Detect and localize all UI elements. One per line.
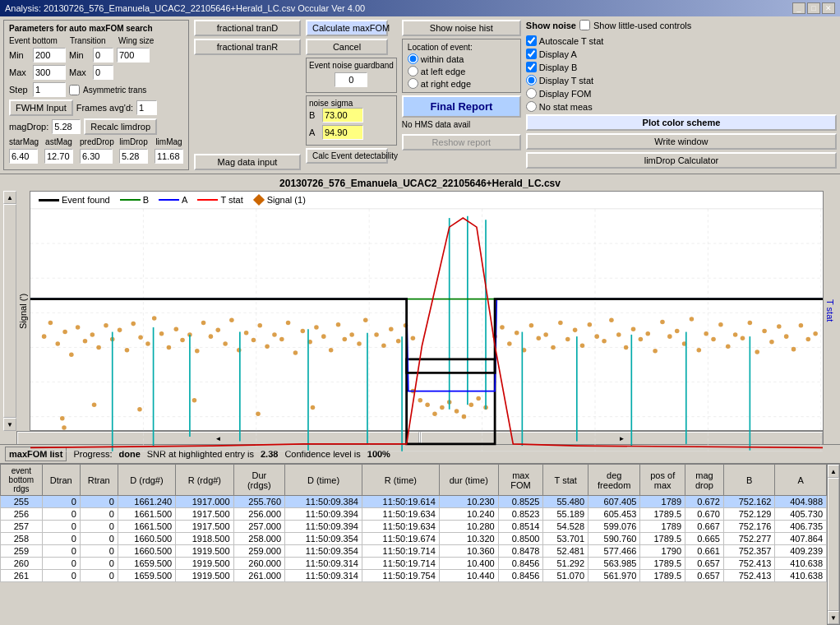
show-little-used-check[interactable] (579, 20, 590, 30)
lim-mag-value[interactable] (155, 149, 183, 164)
table-row[interactable]: 257001661.5001917.500257.00011:50:09.394… (1, 521, 827, 533)
calc-event-detect-button[interactable]: Calc Event detectability (306, 148, 388, 164)
col-mag-drop: magdrop (685, 465, 724, 496)
close-button[interactable]: ✕ (822, 2, 835, 14)
table-container[interactable]: eventbottomrdgs Dtran Rtran D (rdg#) R (… (0, 464, 827, 625)
frames-avgd-value[interactable] (136, 100, 157, 115)
calc-section: Calculate maxFOM Cancel Event noise guar… (306, 20, 397, 170)
display-a-option[interactable]: Display A (526, 49, 837, 59)
scroll-down-button[interactable]: ▼ (3, 418, 16, 431)
fractional-trand-button[interactable]: fractional tranD (194, 20, 301, 36)
svg-point-81 (455, 409, 459, 414)
trans-max[interactable] (93, 65, 113, 80)
show-noise-hist-button[interactable]: Show noise hist (402, 20, 521, 36)
noise-spikes (113, 216, 750, 451)
table-row[interactable]: 255001661.2401917.000255.76011:50:09.384… (1, 496, 827, 508)
reshow-report-button[interactable]: Reshow report (402, 134, 521, 150)
legend-tstat-label: T stat (220, 195, 242, 205)
table-row[interactable]: 256001661.5001917.500256.00011:50:09.394… (1, 508, 827, 521)
display-a-check[interactable] (526, 49, 537, 59)
table-scroll-thumb[interactable] (828, 478, 839, 611)
svg-point-51 (293, 350, 298, 355)
col-deg-freedom: degfreedom (588, 465, 640, 496)
svg-point-79 (440, 405, 445, 410)
legend-b: B (120, 195, 149, 205)
fwhm-input-button[interactable]: FWHM Input (9, 100, 73, 116)
svg-point-111 (675, 329, 680, 334)
svg-point-27 (125, 348, 130, 353)
mag-data-input-button[interactable]: Mag data input (194, 154, 301, 170)
star-mag-value[interactable] (9, 149, 38, 164)
scroll-thumb[interactable] (3, 204, 16, 418)
svg-point-56 (329, 348, 334, 353)
svg-point-62 (60, 416, 65, 421)
table-row[interactable]: 259001660.5001919.500259.00011:50:09.354… (1, 545, 827, 558)
display-b-label: Display B (539, 62, 577, 72)
noise-a-value[interactable] (322, 125, 363, 140)
svg-point-44 (244, 331, 249, 336)
event-bottom-min[interactable] (33, 48, 66, 62)
mag-drop-value[interactable] (52, 119, 81, 134)
display-fom-option[interactable]: Display FOM (526, 88, 837, 99)
col-r-rdg: R (rdg#) (176, 465, 233, 496)
scroll-up-button[interactable]: ▲ (3, 191, 16, 204)
event-bottom-step[interactable] (33, 82, 66, 97)
svg-point-58 (343, 337, 348, 342)
y-axis-right-label: T stat (824, 191, 837, 431)
trans-min[interactable] (93, 48, 113, 62)
plot-color-scheme-button[interactable]: Plot color scheme (526, 114, 837, 131)
svg-point-77 (425, 402, 430, 407)
within-data-option[interactable]: within data (408, 53, 515, 64)
lim-drop-calc-button[interactable]: limDrop Calculator (526, 152, 837, 169)
noise-b-value[interactable] (322, 108, 363, 123)
svg-point-82 (462, 414, 467, 419)
col-d-rdg: D (rdg#) (118, 465, 175, 496)
recalc-limdrop-button[interactable]: Recalc limdrop (84, 118, 157, 135)
svg-point-65 (137, 407, 142, 412)
table-row[interactable]: 261001659.5001919.500261.00011:50:09.314… (1, 570, 827, 582)
event-noise-value[interactable] (335, 72, 367, 87)
vertical-scrollbar[interactable]: ▲ ▼ (3, 191, 16, 431)
svg-point-41 (223, 341, 228, 346)
final-report-button[interactable]: Final Report (402, 95, 521, 118)
legend-a: A (159, 195, 187, 205)
autoscale-t-check[interactable] (526, 35, 537, 46)
minimize-button[interactable]: _ (792, 2, 805, 14)
svg-point-123 (762, 329, 767, 334)
display-b-option[interactable]: Display B (526, 62, 837, 72)
svg-point-125 (777, 324, 782, 329)
legend-event-label: Event found (62, 195, 110, 205)
display-t-option[interactable]: Display T stat (526, 75, 837, 86)
write-window-button[interactable]: Write window (526, 133, 837, 150)
star-mag-label: starMag (9, 137, 38, 146)
table-scrollbar[interactable]: ▲ ▼ (827, 464, 840, 625)
asymmetric-trans-check[interactable] (69, 85, 80, 95)
wing-size[interactable] (117, 48, 150, 62)
table-scroll-down[interactable]: ▼ (828, 611, 839, 624)
lim-drop-value[interactable] (119, 149, 148, 164)
svg-point-32 (159, 331, 164, 336)
calculate-maxfom-button[interactable]: Calculate maxFOM (306, 20, 388, 36)
at-left-edge-option[interactable]: at left edge (408, 66, 515, 76)
fractional-tranr-button[interactable]: fractional tranR (194, 39, 301, 55)
maximize-button[interactable]: □ (807, 2, 820, 14)
table-row[interactable]: 258001660.5001918.500258.00011:50:09.354… (1, 533, 827, 545)
pred-drop-value[interactable] (80, 149, 113, 164)
params-title: Parameters for auto maxFOM search (9, 24, 183, 33)
svg-point-17 (55, 341, 60, 346)
max-label2: Max (69, 67, 90, 77)
no-stat-meas-option[interactable]: No stat meas (526, 101, 837, 112)
svg-text:2000: 2000 (473, 453, 492, 455)
table-scroll-up[interactable]: ▲ (828, 465, 839, 478)
svg-point-78 (432, 412, 437, 417)
table-row[interactable]: 260001659.5001919.500260.00011:50:09.314… (1, 558, 827, 570)
autoscale-t-option[interactable]: Autoscale T stat (526, 35, 837, 46)
display-b-check[interactable] (526, 62, 537, 72)
ast-mag-value[interactable] (44, 149, 73, 164)
svg-point-113 (690, 317, 695, 322)
event-bottom-max[interactable] (33, 65, 66, 80)
at-right-edge-option[interactable]: at right edge (408, 78, 515, 89)
col-dur-rdgs: Dur(rdgs) (233, 465, 285, 496)
cancel-button[interactable]: Cancel (306, 39, 388, 55)
svg-point-72 (396, 339, 401, 344)
